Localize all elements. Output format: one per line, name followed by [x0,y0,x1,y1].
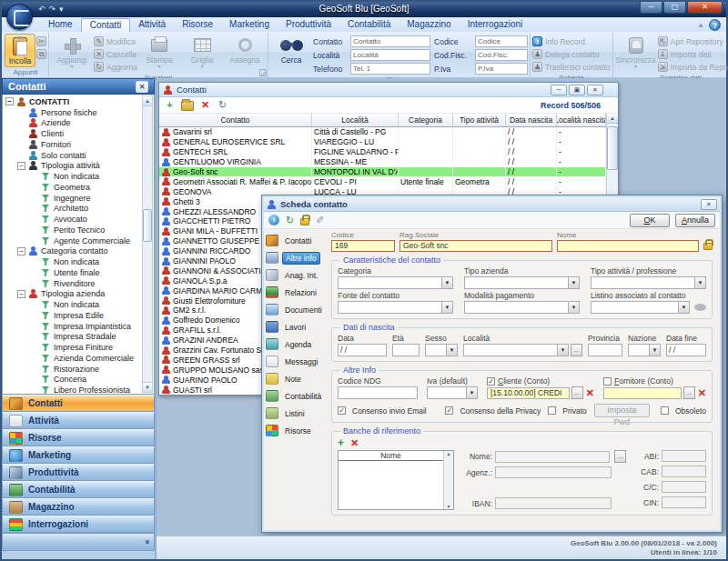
tree-item[interactable]: − Aziende [5,118,140,129]
tree-item[interactable]: − Impresa Finiture [5,342,140,353]
module-nav-button[interactable]: Produttività [2,464,155,481]
tree-item[interactable]: − Agente Commerciale [5,235,140,246]
ribbon-tab[interactable]: Contabilità [339,18,399,32]
tree-item[interactable]: − Clienti [5,128,140,139]
scroll-thumb[interactable] [143,209,152,242]
chevron-down-icon[interactable]: ▼ [694,277,705,288]
module-nav-button[interactable]: Attività [2,412,155,429]
ribbon-small-button[interactable]: Apri Repository [658,35,728,47]
list-maximize-button[interactable]: ▣ [569,85,585,95]
add-bank-icon[interactable]: + [338,438,344,448]
module-nav-button[interactable]: Risorse [2,429,155,446]
tree-item[interactable]: − Avvocato [5,214,140,225]
fornitore-clear-icon[interactable]: ✕ [698,388,706,398]
tree-item[interactable]: − Tipologia attività [5,161,140,172]
dialog-nav-item[interactable]: Lavori [265,318,329,336]
tree-item[interactable]: − Perito Tecnico [5,225,140,235]
tree-item[interactable]: − CONTATTI [5,96,140,107]
tree-item[interactable]: − Impresa Impiantistica [5,321,140,332]
search-input[interactable]: Contatto [350,35,430,47]
scroll-up-icon[interactable]: ▲ [143,96,152,106]
tree-item[interactable]: − Architetto [5,204,140,215]
table-row[interactable]: Geometri Associati R. Maffei & P. Iacopo… [159,176,606,186]
nav-options-strip[interactable]: » [2,533,155,551]
codice-ndg-input[interactable] [338,386,418,399]
dialog-nav-item[interactable]: Anag. Int. [265,266,329,284]
grid-button[interactable]: Griglia▾ [181,34,223,70]
banks-list[interactable]: Nome ▲▼ [338,450,454,510]
search-button[interactable]: Cerca [270,34,312,65]
dialog-nav-item[interactable]: Risorse [265,422,329,439]
cliente-checkbox[interactable]: ✓ [487,377,495,386]
ribbon-small-button[interactable]: Delega contatto [532,48,611,60]
tree-item[interactable]: − Azienda Commerciale [5,353,140,364]
provincia-input[interactable] [588,344,622,356]
assign-button[interactable]: Assegna [224,34,266,65]
data-nascita-input[interactable]: / / [338,344,387,356]
column-header[interactable]: Località [312,114,399,126]
table-row[interactable]: GENERAL EUROSERVICE SRL VIAREGGIO - LU /… [159,137,606,147]
ribbon-tab[interactable]: Attività [130,18,174,32]
dialog-nav-item[interactable]: Relazioni [265,284,329,301]
tree-item[interactable]: − Impresa Stradale [5,332,140,343]
categoria-select[interactable]: ▼ [338,276,453,289]
search-input[interactable]: Tel. 1 [350,63,430,75]
dialog-launcher-icon[interactable]: ◿ [259,69,267,76]
minimize-button[interactable]: ─ [640,2,662,14]
bank-agenzia-input[interactable] [495,466,612,478]
chevron-down-icon[interactable]: ▼ [466,387,477,398]
module-nav-button[interactable]: Interrogazioni [2,516,155,533]
modalita-pagamento-select[interactable]: ▼ [464,301,580,314]
module-nav-button[interactable]: Magazzino [2,498,155,516]
chevron-down-icon[interactable]: ▼ [649,345,660,356]
sync-button[interactable]: Sincronizza▾ [615,34,657,70]
imposta-pwd-button[interactable]: Imposta Pwd [594,404,650,417]
tree-item[interactable]: − Ingegnere [5,193,140,204]
tree-item[interactable]: − Fornitori [5,139,140,150]
ribbon-tab[interactable]: Contatti [81,18,130,32]
bank-nome-input[interactable] [495,451,610,463]
list-close-button[interactable]: ✕ [587,85,603,95]
chevron-down-icon[interactable]: ▼ [678,302,689,313]
fonte-contatto-select[interactable]: ▼ [338,301,453,314]
nome-field[interactable] [557,240,699,252]
dialog-close-button[interactable]: ✕ [701,199,717,210]
open-icon[interactable] [181,101,194,111]
fornitore-checkbox[interactable] [603,377,612,386]
bank-abi-input[interactable] [662,450,706,462]
dialog-nav-item[interactable]: Listini [265,405,329,422]
dialog-nav-item[interactable]: Contatti [265,232,329,249]
nazione-select[interactable]: ▼ [628,344,661,356]
data-fine-input[interactable]: / / [666,344,706,356]
bank-browse-button[interactable]: ... [614,450,626,463]
ribbon-small-button[interactable]: Trasferisci contatto [532,61,611,73]
sesso-select[interactable]: ▼ [425,344,458,356]
ribbon-small-button[interactable]: Info Record [532,35,611,47]
table-row[interactable]: GENTECH SRL FIGLINE VALDARNO - FI / / - [159,147,606,157]
ribbon-tab[interactable]: Risorse [174,18,221,32]
info-icon[interactable]: i [268,215,279,225]
tree-expander-icon[interactable]: − [17,247,25,255]
search-input[interactable]: P.Iva [475,63,528,75]
add-icon[interactable]: + [164,99,176,111]
tree-item[interactable]: − Utente finale [5,267,140,278]
module-nav-button[interactable]: Contabilità [2,481,155,498]
tree-item[interactable]: − Tipologia azienda [5,289,140,300]
office-button[interactable] [6,4,33,30]
ribbon-small-button[interactable]: Cancella [94,48,137,60]
search-input[interactable]: Codice [475,35,528,47]
tree-item[interactable]: − Categoria contatto [5,246,140,257]
tipo-azienda-select[interactable]: ▼ [464,276,580,289]
tree-item[interactable]: − Non indicata [5,299,140,310]
ribbon-small-button[interactable]: Importa dati [658,48,728,60]
close-button[interactable]: ✕ [687,2,723,14]
maximize-button[interactable]: ▢ [663,2,686,14]
bank-iban-input[interactable] [495,497,612,509]
list-minimize-button[interactable]: ─ [551,85,567,95]
tree-expander-icon[interactable]: − [5,97,14,105]
ribbon-collapse-icon[interactable]: ▲ [697,21,704,29]
ribbon-small-button[interactable]: Aggiorna [94,61,137,73]
refresh-icon[interactable]: ↻ [217,99,228,111]
search-input[interactable]: Località [350,49,430,61]
chevron-down-icon[interactable]: ▼ [441,277,452,288]
